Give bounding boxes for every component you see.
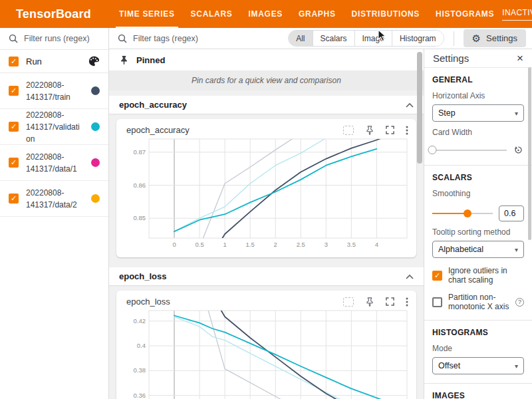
run-checkbox[interactable]: ✓ [9, 194, 19, 203]
run-checkbox[interactable]: ✓ [9, 158, 19, 168]
settings-group-histograms: HISTOGRAMS Mode Offset ▾ [424, 321, 532, 384]
horizontal-axis-select[interactable]: Step ▾ [432, 104, 524, 122]
search-icon [9, 34, 18, 43]
run-checkbox[interactable]: ✓ [9, 86, 19, 96]
group-heading: GENERAL [432, 75, 524, 84]
pin-card-icon[interactable] [365, 126, 374, 135]
fit-domain-icon[interactable] [343, 126, 354, 135]
run-row-data-1[interactable]: ✓ 20220808-141317/data/1 [0, 145, 108, 181]
pin-card-icon[interactable] [365, 297, 374, 307]
tooltip-sorting-label: Tooltip sorting method [432, 227, 524, 237]
card-width-slider[interactable] [432, 146, 507, 155]
tab-time-series[interactable]: TIME SERIES [111, 0, 183, 28]
pin-hint-text: Pin cards for a quick view and compariso… [109, 70, 424, 90]
svg-text:0.42: 0.42 [133, 317, 146, 325]
fullscreen-icon[interactable] [386, 297, 394, 306]
svg-text:0.86: 0.86 [133, 182, 146, 189]
main-scrollbar[interactable] [417, 52, 422, 164]
tab-images[interactable]: IMAGES [241, 0, 291, 28]
runs-sidebar: Filter runs (regex) ✓ Run ✓ 20220808-141… [0, 28, 109, 399]
filter-tags-input[interactable]: Filter tags (regex) [118, 34, 283, 43]
fit-domain-icon[interactable] [343, 297, 354, 307]
app-header: TensorBoard TIME SERIES SCALARS IMAGES G… [0, 0, 532, 28]
run-row-train[interactable]: ✓ 20220808-141317/train [0, 73, 108, 109]
partition-x-axis-checkbox[interactable]: ✓ [432, 297, 442, 307]
svg-text:0: 0 [172, 241, 176, 248]
pinned-section-header[interactable]: Pinned [109, 49, 424, 70]
filter-runs-input[interactable]: Filter runs (regex) [0, 28, 108, 50]
section-title: epoch_loss [119, 271, 167, 281]
settings-button[interactable]: ⚙ Settings [464, 29, 526, 47]
palette-icon[interactable] [88, 55, 100, 67]
tooltip-sorting-select[interactable]: Alphabetical ▾ [432, 241, 524, 258]
tab-graphs[interactable]: GRAPHS [291, 0, 344, 28]
search-icon [118, 34, 127, 43]
top-nav: TIME SERIES SCALARS IMAGES GRAPHS DISTRI… [111, 0, 502, 28]
run-row-data-2[interactable]: ✓ 20220808-141317/data/2 [0, 181, 108, 217]
chevron-up-icon[interactable] [406, 274, 414, 279]
card-epoch-accuracy: epoch_accuracy 00.511.522.533.540.850.86… [116, 119, 416, 257]
help-icon[interactable]: ? [515, 298, 524, 307]
filter-tags-placeholder: Filter tags (regex) [133, 34, 198, 43]
section-header-epoch-accuracy[interactable]: epoch_accuracy [109, 96, 424, 114]
run-label: 20220808-141317/train [26, 79, 84, 103]
ignore-outliers-row[interactable]: ✓ Ignore outliers in chart scaling [432, 266, 524, 285]
run-color-dot[interactable] [91, 122, 100, 131]
app-title: TensorBoard [16, 7, 91, 21]
tab-histograms[interactable]: HISTOGRAMS [428, 0, 502, 28]
chevron-down-icon: ▾ [515, 110, 518, 117]
tag-filter-histogram[interactable]: Histogram [392, 31, 444, 46]
tab-scalars[interactable]: SCALARS [183, 0, 241, 28]
run-label: 20220808-141317/data/1 [26, 151, 84, 175]
chevron-down-icon: ▾ [515, 362, 518, 370]
tag-filter-all[interactable]: All [289, 31, 312, 46]
partition-x-axis-row[interactable]: ✓ Partition non-monotonic X axis ? [432, 293, 524, 311]
chevron-down-icon: ▾ [515, 246, 518, 253]
ignore-outliers-checkbox[interactable]: ✓ [432, 271, 442, 281]
svg-text:4: 4 [374, 241, 378, 248]
pinned-label: Pinned [136, 55, 165, 65]
card-title: epoch_loss [126, 297, 343, 307]
svg-text:1: 1 [223, 241, 226, 248]
section-header-epoch-loss[interactable]: epoch_loss [109, 267, 424, 285]
svg-text:0.38: 0.38 [133, 366, 146, 374]
tag-filter-scalars[interactable]: Scalars [313, 31, 354, 46]
reset-icon[interactable] [513, 144, 524, 156]
run-color-dot[interactable] [91, 158, 100, 167]
settings-group-scalars: SCALARS Smoothing 0.6 Tooltip sorting me… [424, 166, 532, 321]
tag-filter-image[interactable]: Image [354, 31, 392, 46]
smoothing-value-input[interactable]: 0.6 [499, 205, 524, 221]
more-menu-icon[interactable] [406, 126, 408, 135]
run-color-dot[interactable] [91, 86, 100, 95]
group-heading: SCALARS [432, 173, 524, 182]
run-color-dot[interactable] [91, 194, 100, 203]
svg-text:3.5: 3.5 [346, 241, 355, 248]
run-label: 20220808-141317/data/2 [26, 187, 84, 211]
status-value: INACTIVE [502, 8, 532, 17]
chevron-up-icon[interactable] [406, 102, 414, 108]
close-icon[interactable]: × [517, 53, 523, 64]
reload-status-select[interactable]: INACTIVE ▾ [502, 8, 532, 21]
more-menu-icon[interactable] [406, 297, 408, 307]
epoch-loss-chart[interactable]: 0.360.380.40.42 [124, 309, 410, 399]
smoothing-label: Smoothing [432, 189, 524, 198]
run-row-validation[interactable]: ✓ 20220808-141317/validation [0, 109, 108, 145]
run-checkbox[interactable]: ✓ [9, 122, 19, 132]
histogram-mode-label: Mode [432, 344, 524, 353]
tab-distributions[interactable]: DISTRIBUTIONS [344, 0, 428, 28]
svg-text:2: 2 [273, 241, 277, 248]
histogram-mode-select[interactable]: Offset ▾ [432, 357, 524, 374]
smoothing-slider[interactable] [432, 209, 493, 218]
filter-runs-placeholder: Filter runs (regex) [24, 34, 90, 43]
epoch-accuracy-chart[interactable]: 00.511.522.533.540.850.860.87 [124, 137, 410, 251]
settings-panel-title: Settings [433, 53, 469, 64]
group-heading: IMAGES [432, 391, 524, 399]
svg-text:0.5: 0.5 [195, 241, 203, 248]
fullscreen-icon[interactable] [386, 126, 394, 134]
select-all-runs-checkbox[interactable]: ✓ [9, 57, 19, 66]
svg-text:2.5: 2.5 [296, 241, 305, 248]
settings-scrollbar[interactable] [528, 67, 531, 240]
card-epoch-loss: epoch_loss 0.360.380.40.42 [116, 291, 416, 399]
settings-panel: Settings × GENERAL Horizontal Axis Step … [424, 49, 532, 399]
tags-toolbar: Filter tags (regex) All Scalars Image Hi… [109, 28, 532, 49]
